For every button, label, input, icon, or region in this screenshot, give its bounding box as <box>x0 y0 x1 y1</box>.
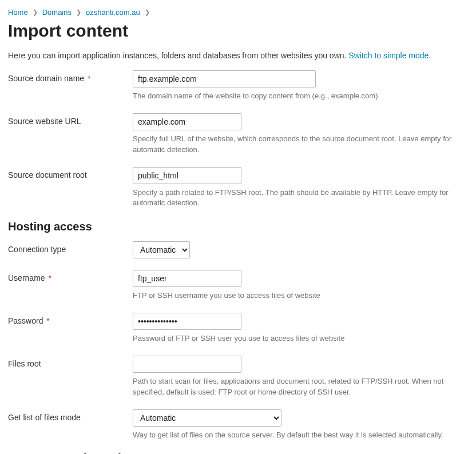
label-source-url: Source website URL <box>8 113 133 126</box>
row-source-url: Source website URL Specify full URL of t… <box>8 113 468 156</box>
page-intro: Here you can import application instance… <box>8 51 468 60</box>
row-source-domain: Source domain name * The domain name of … <box>8 70 468 102</box>
label-username: Username * <box>8 270 133 282</box>
label-list-mode: Get list of files mode <box>8 409 133 422</box>
required-mark: * <box>46 316 49 325</box>
hint-username: FTP or SSH username you use to access fi… <box>133 290 453 301</box>
hint-source-domain: The domain name of the website to copy c… <box>133 91 453 102</box>
row-username: Username * FTP or SSH username you use t… <box>8 270 468 301</box>
row-list-mode: Get list of files mode Automatic Way to … <box>8 409 468 441</box>
label-source-domain: Source domain name * <box>8 70 133 83</box>
chevron-right-icon: ❯ <box>76 9 81 16</box>
required-mark: * <box>88 74 90 83</box>
breadcrumb: Home ❯ Domains ❯ ozshanti.com.au ❯ <box>8 8 468 17</box>
label-connection-type: Connection type <box>8 241 133 254</box>
intro-text: Here you can import application instance… <box>8 51 348 60</box>
files-root-input[interactable] <box>133 356 241 373</box>
row-connection-type: Connection type Automatic <box>8 241 468 258</box>
password-input[interactable] <box>133 313 241 330</box>
source-domain-input[interactable] <box>133 70 316 87</box>
row-source-docroot: Source document root Specify a path rela… <box>8 167 468 209</box>
section-hosting-access: Hosting access <box>8 220 468 233</box>
source-docroot-input[interactable] <box>133 167 241 184</box>
chevron-right-icon: ❯ <box>145 9 150 16</box>
row-password: Password * Password of FTP or SSH user y… <box>8 313 468 344</box>
switch-to-simple-mode-link[interactable]: Switch to simple mode. <box>348 51 431 60</box>
breadcrumb-current-domain[interactable]: ozshanti.com.au <box>86 8 140 17</box>
chevron-right-icon: ❯ <box>33 9 38 16</box>
hint-password: Password of FTP or SSH user you use to a… <box>133 333 453 344</box>
breadcrumb-domains[interactable]: Domains <box>42 8 72 17</box>
breadcrumb-home[interactable]: Home <box>8 8 28 17</box>
required-mark: * <box>48 273 51 282</box>
section-content-transfer: Content transfer options <box>8 452 468 454</box>
hint-source-docroot: Specify a path related to FTP/SSH root. … <box>133 188 453 209</box>
hint-files-root: Path to start scan for files, applicatio… <box>133 376 453 398</box>
source-url-input[interactable] <box>133 113 241 130</box>
page-title: Import content <box>8 21 468 41</box>
list-mode-select[interactable]: Automatic <box>133 409 281 427</box>
label-source-docroot: Source document root <box>8 167 133 180</box>
hint-source-url: Specify full URL of the website, which c… <box>133 134 453 156</box>
connection-type-select[interactable]: Automatic <box>133 241 190 258</box>
row-files-root: Files root Path to start scan for files,… <box>8 356 468 398</box>
hint-list-mode: Way to get list of files on the source s… <box>133 430 453 441</box>
label-password: Password * <box>8 313 133 325</box>
label-files-root: Files root <box>8 356 133 368</box>
username-input[interactable] <box>133 270 241 287</box>
